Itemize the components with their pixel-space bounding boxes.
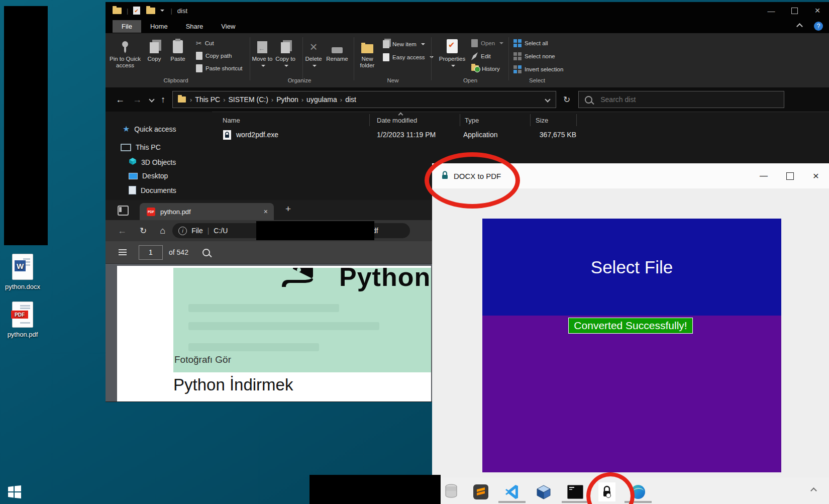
properties-button[interactable]: ✔ Properties: [437, 36, 467, 78]
sidebar-item-3d-objects[interactable]: 3D Objects: [129, 157, 176, 167]
column-header-name[interactable]: Name: [223, 117, 240, 124]
breadcrumb-item[interactable]: Python: [273, 95, 301, 104]
refresh-icon[interactable]: ↻: [140, 226, 147, 236]
help-icon[interactable]: ?: [814, 22, 823, 31]
search-box[interactable]: [578, 91, 784, 108]
breadcrumb-item[interactable]: dist: [342, 95, 359, 104]
home-icon[interactable]: ⌂: [160, 226, 165, 236]
address-scheme: File: [191, 227, 203, 235]
open-icon: [471, 39, 478, 47]
pdf-menu-icon[interactable]: [119, 252, 127, 253]
pin-to-quick-access-button[interactable]: Pin to Quick access: [110, 36, 141, 78]
easy-access-button[interactable]: Easy access: [383, 53, 434, 61]
maximize-button[interactable]: [777, 163, 803, 188]
refresh-icon[interactable]: ↻: [563, 94, 570, 105]
desktop-icon-python-pdf[interactable]: PDF python.pdf: [0, 301, 45, 338]
column-header-date[interactable]: Date modified: [377, 117, 417, 124]
status-message: Converted Successfully!: [432, 318, 829, 334]
quick-access-toolbar-icon[interactable]: ✔: [133, 7, 140, 15]
select-none-icon: [513, 52, 522, 60]
delete-button[interactable]: × Delete: [303, 36, 324, 78]
back-icon[interactable]: ←: [118, 226, 127, 236]
breadcrumb-item[interactable]: uygulama: [303, 95, 340, 104]
taskbar-vscode-icon[interactable]: [503, 483, 521, 500]
column-header-size[interactable]: Size: [536, 117, 548, 124]
page-number-input[interactable]: [140, 248, 162, 257]
start-button[interactable]: [8, 485, 21, 500]
copy-to-button[interactable]: Copy to: [274, 36, 296, 78]
file-row[interactable]: word2pdf.exe 1/2/2023 11:19 PM Applicati…: [212, 129, 829, 146]
move-to-button[interactable]: ← Move to: [251, 36, 273, 78]
folder-icon[interactable]: [146, 8, 155, 14]
back-icon[interactable]: ←: [116, 94, 125, 105]
menu-tab-share[interactable]: Share: [177, 20, 213, 33]
open-button[interactable]: Open: [471, 39, 503, 47]
new-tab-icon[interactable]: +: [285, 204, 291, 215]
windows-logo-icon: [8, 485, 21, 498]
taskbar-sublime-icon[interactable]: [472, 483, 489, 500]
desktop-icon-python-docx[interactable]: W python.docx: [0, 254, 45, 290]
invert-selection-button[interactable]: Invert selection: [513, 65, 563, 73]
minimize-button[interactable]: —: [760, 2, 783, 19]
minimize-button[interactable]: —: [751, 163, 777, 188]
sidebar-item-quick-access[interactable]: ★Quick access: [123, 124, 176, 134]
explorer-menu-bar: File Home Share View ?: [106, 19, 829, 33]
folder-icon: [113, 8, 122, 14]
qat-dropdown-icon[interactable]: [160, 10, 164, 12]
history-icon: [471, 65, 479, 72]
forward-icon[interactable]: →: [133, 94, 142, 105]
info-icon[interactable]: i: [178, 227, 187, 235]
tray-expand-icon[interactable]: [810, 487, 817, 494]
desktop-icon-label: python.docx: [0, 283, 45, 290]
edit-button[interactable]: Edit: [471, 52, 491, 60]
copy-button[interactable]: Copy: [143, 36, 166, 78]
tab-layout-icon[interactable]: [118, 206, 129, 216]
censored-region: [4, 6, 48, 245]
sidebar-item-documents[interactable]: Documents: [129, 186, 176, 194]
rename-button[interactable]: Rename: [325, 36, 350, 78]
tab-close-icon[interactable]: ×: [264, 208, 268, 216]
menu-tab-view[interactable]: View: [212, 20, 244, 33]
delete-icon: ×: [303, 36, 324, 53]
address-dropdown-icon[interactable]: [545, 96, 550, 102]
menu-tab-home[interactable]: Home: [141, 20, 177, 33]
file-date: 1/2/2023 11:19 PM: [377, 131, 436, 139]
select-none-button[interactable]: Select none: [513, 52, 555, 60]
search-input[interactable]: [599, 95, 752, 104]
python-logo-icon: [278, 268, 338, 287]
page-number-box[interactable]: [139, 245, 163, 260]
column-header-type[interactable]: Type: [465, 117, 479, 124]
paste-shortcut-button[interactable]: Paste shortcut: [196, 64, 243, 72]
word-file-icon: W: [12, 254, 33, 280]
new-item-button[interactable]: New item: [383, 40, 425, 48]
maximize-button[interactable]: [783, 2, 806, 19]
close-button[interactable]: ×: [803, 163, 829, 188]
close-button[interactable]: ×: [806, 2, 829, 19]
up-icon[interactable]: ↑: [161, 94, 165, 105]
taskbar-virtualbox-icon[interactable]: [535, 483, 552, 500]
breadcrumb-item[interactable]: SISTEM (C:): [225, 95, 271, 104]
explorer-address-bar: ← → ↑ › This PC› SISTEM (C:)› Python› uy…: [106, 87, 829, 112]
copy-path-button[interactable]: Copy path: [196, 52, 232, 60]
sidebar-item-desktop[interactable]: Desktop: [129, 172, 168, 180]
menu-tab-file[interactable]: File: [113, 20, 141, 33]
paste-button[interactable]: Paste: [167, 36, 189, 78]
select-file-button[interactable]: Select File: [482, 219, 781, 316]
recent-locations-icon[interactable]: [149, 96, 154, 102]
sidebar-item-this-pc[interactable]: This PC: [121, 143, 161, 151]
breadcrumb-item[interactable]: This PC: [192, 95, 223, 104]
cut-icon: ✂: [196, 39, 202, 47]
select-all-button[interactable]: Select all: [513, 39, 548, 47]
new-folder-button[interactable]: New folder: [355, 36, 380, 78]
browser-tab[interactable]: PDF python.pdf ×: [140, 203, 274, 220]
search-icon[interactable]: [202, 249, 210, 256]
file-type: Application: [463, 131, 498, 139]
history-button[interactable]: History: [471, 65, 500, 72]
properties-icon: ✔: [437, 36, 467, 53]
taskbar-database-icon[interactable]: [443, 483, 460, 500]
taskbar-terminal-icon[interactable]: [567, 483, 584, 500]
cut-button[interactable]: ✂Cut: [196, 39, 214, 47]
breadcrumb[interactable]: › This PC› SISTEM (C:)› Python› uygulama…: [172, 91, 556, 108]
collapse-ribbon-icon[interactable]: [796, 23, 803, 30]
ribbon-group-label: Clipboard: [146, 77, 206, 83]
